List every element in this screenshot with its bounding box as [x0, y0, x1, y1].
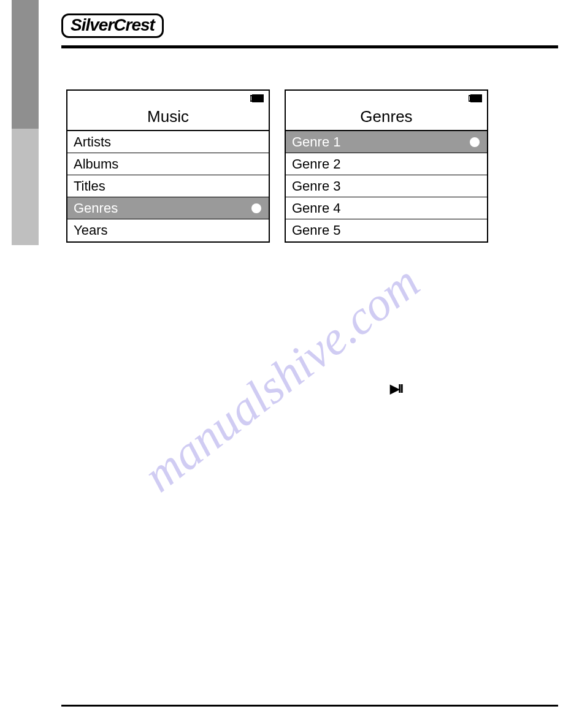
brand-logo-text: SilverCrest — [61, 13, 164, 38]
brand-logo: SilverCrest — [61, 13, 164, 38]
genre-item-1[interactable]: Genre 1 — [286, 131, 487, 153]
menu-item-label: Titles — [74, 178, 105, 194]
watermark-text: manualshive.com — [133, 254, 430, 503]
menu-item-label: Genres — [74, 200, 118, 216]
battery-icon — [250, 94, 264, 102]
menu-item-years[interactable]: Years — [67, 219, 269, 241]
menu-item-albums[interactable]: Albums — [67, 153, 269, 175]
menu-item-artists[interactable]: Artists — [67, 131, 269, 153]
screen-music-header: Music — [67, 91, 269, 131]
menu-item-label: Artists — [74, 134, 111, 150]
svg-rect-0 — [250, 96, 252, 101]
genre-item-5[interactable]: Genre 5 — [286, 219, 487, 241]
genre-item-4[interactable]: Genre 4 — [286, 197, 487, 219]
svg-rect-2 — [469, 96, 470, 101]
screen-music-title: Music — [147, 107, 189, 126]
genre-item-label: Genre 3 — [292, 178, 341, 194]
footer-rule — [61, 705, 558, 707]
screen-genres: Genres Genre 1 Genre 2 Genre 3 Genre 4 G… — [285, 89, 488, 243]
menu-item-label: Albums — [74, 156, 118, 172]
menu-item-titles[interactable]: Titles — [67, 175, 269, 197]
side-tab-light — [12, 129, 39, 245]
battery-icon — [469, 94, 482, 102]
screen-music: Music Artists Albums Titles Genres Years — [66, 89, 270, 243]
genre-item-2[interactable]: Genre 2 — [286, 153, 487, 175]
header-rule — [61, 45, 558, 48]
menu-item-label: Years — [74, 222, 107, 238]
screen-genres-header: Genres — [286, 91, 487, 131]
genre-item-3[interactable]: Genre 3 — [286, 175, 487, 197]
menu-item-genres[interactable]: Genres — [67, 197, 269, 219]
svg-rect-3 — [470, 94, 482, 102]
side-tab-dark — [12, 0, 39, 129]
genre-item-label: Genre 2 — [292, 156, 341, 172]
svg-rect-1 — [252, 94, 264, 102]
play-pause-icon: ▶II — [390, 381, 402, 396]
side-tab — [12, 0, 39, 245]
screen-genres-title: Genres — [360, 107, 412, 126]
genre-item-label: Genre 4 — [292, 200, 341, 216]
genre-item-label: Genre 1 — [292, 134, 341, 150]
genre-item-label: Genre 5 — [292, 222, 341, 238]
screens-row: Music Artists Albums Titles Genres Years… — [66, 89, 488, 243]
selection-indicator-icon — [251, 203, 261, 213]
selection-indicator-icon — [470, 137, 480, 147]
